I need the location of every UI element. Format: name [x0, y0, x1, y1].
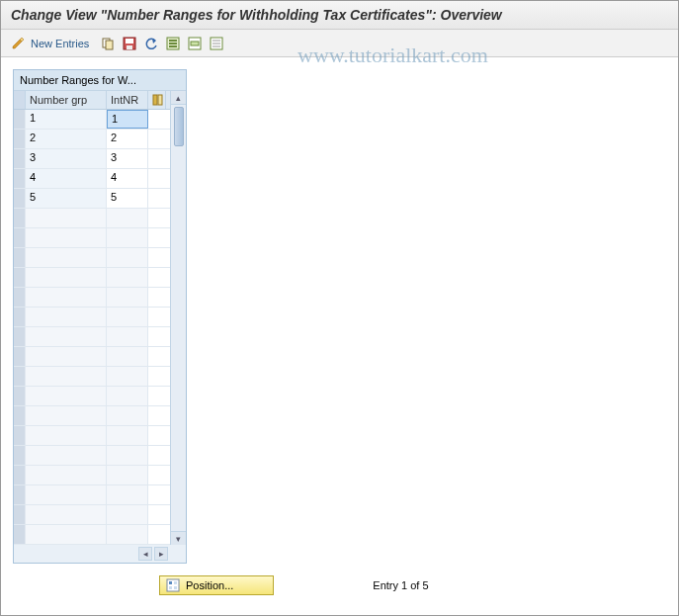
row-selector[interactable] [14, 387, 26, 405]
cell-intnr[interactable] [107, 505, 148, 524]
cell-number-grp[interactable]: 2 [26, 130, 107, 148]
row-selector[interactable] [14, 525, 26, 544]
cell-number-grp[interactable] [26, 209, 107, 227]
cell-number-grp[interactable]: 4 [26, 169, 107, 188]
cell-number-grp[interactable] [26, 268, 107, 287]
row-selector[interactable] [14, 228, 26, 247]
row-selector[interactable] [14, 308, 26, 326]
cell-number-grp[interactable] [26, 426, 107, 445]
cell-number-grp[interactable] [26, 347, 107, 366]
table-row [14, 288, 170, 308]
table-row [14, 228, 170, 248]
cell-number-grp[interactable]: 3 [26, 149, 107, 168]
column-header-number-grp[interactable]: Number grp [26, 91, 107, 109]
cell-intnr[interactable] [107, 466, 148, 484]
position-button[interactable]: Position... [159, 575, 274, 595]
scroll-left-icon[interactable]: ◂ [138, 547, 152, 561]
table-row [14, 505, 170, 525]
cell-intnr[interactable] [107, 248, 148, 267]
cell-intnr[interactable] [107, 209, 148, 227]
cell-intnr[interactable] [107, 446, 148, 465]
save-icon[interactable] [121, 35, 138, 52]
select-all-icon[interactable] [164, 35, 182, 52]
cell-number-grp[interactable] [26, 466, 107, 484]
cell-intnr[interactable] [107, 387, 148, 405]
row-selector[interactable] [14, 169, 26, 188]
cell-number-grp[interactable] [26, 228, 107, 247]
cell-number-grp[interactable] [26, 288, 107, 307]
svg-rect-12 [212, 40, 220, 42]
position-icon [166, 578, 180, 592]
scroll-thumb[interactable] [174, 107, 184, 146]
cell-intnr[interactable]: 2 [107, 130, 148, 148]
row-selector[interactable] [14, 189, 26, 208]
row-selector[interactable] [14, 347, 26, 366]
table-settings-icon[interactable] [148, 91, 166, 109]
toolbar: New Entries [1, 30, 678, 57]
row-selector[interactable] [14, 268, 26, 287]
svg-rect-1 [106, 41, 113, 49]
cell-number-grp[interactable] [26, 327, 107, 346]
table-row [14, 268, 170, 288]
cell-intnr[interactable] [107, 268, 148, 287]
new-entries-link[interactable]: New Entries [31, 38, 89, 49]
scroll-down-icon[interactable]: ▾ [171, 531, 186, 545]
cell-number-grp[interactable]: 1 [26, 110, 107, 129]
cell-intnr[interactable]: 5 [107, 189, 148, 208]
column-header-intnr[interactable]: IntNR [107, 91, 148, 109]
cell-intnr[interactable] [107, 485, 148, 504]
cell-intnr[interactable] [107, 288, 148, 307]
change-icon[interactable] [9, 35, 27, 52]
deselect-all-icon[interactable] [208, 35, 225, 52]
cell-intnr[interactable]: 3 [107, 149, 148, 168]
entry-counter: Entry 1 of 5 [373, 579, 428, 591]
svg-rect-7 [169, 43, 177, 44]
cell-intnr[interactable] [107, 426, 148, 445]
cell-number-grp[interactable] [26, 308, 107, 326]
svg-rect-15 [153, 95, 157, 105]
cell-number-grp[interactable] [26, 525, 107, 544]
vertical-scrollbar[interactable]: ▴ ▾ [170, 91, 186, 545]
cell-number-grp[interactable] [26, 406, 107, 425]
cell-intnr[interactable]: 1 [107, 110, 148, 129]
copy-icon[interactable] [99, 35, 117, 52]
row-selector[interactable] [14, 426, 26, 445]
cell-number-grp[interactable] [26, 248, 107, 267]
row-selector[interactable] [14, 485, 26, 504]
row-selector[interactable] [14, 288, 26, 307]
cell-number-grp[interactable] [26, 446, 107, 465]
cell-number-grp[interactable] [26, 367, 107, 386]
scroll-up-icon[interactable]: ▴ [171, 91, 186, 105]
horizontal-scrollbar[interactable]: ◂ ▸ [14, 545, 186, 563]
cell-intnr[interactable]: 4 [107, 169, 148, 188]
row-selector[interactable] [14, 327, 26, 346]
cell-number-grp[interactable] [26, 387, 107, 405]
table-row [14, 347, 170, 367]
row-selector[interactable] [14, 149, 26, 168]
select-block-icon[interactable] [186, 35, 204, 52]
cell-number-grp[interactable] [26, 485, 107, 504]
cell-number-grp[interactable]: 5 [26, 189, 107, 208]
cell-intnr[interactable] [107, 347, 148, 366]
row-selector[interactable] [14, 209, 26, 227]
svg-rect-20 [169, 586, 172, 589]
header-select-all[interactable] [14, 91, 26, 109]
row-selector[interactable] [14, 130, 26, 148]
table-row [14, 367, 170, 387]
row-selector[interactable] [14, 110, 26, 129]
undo-icon[interactable] [142, 35, 160, 52]
cell-intnr[interactable] [107, 367, 148, 386]
cell-intnr[interactable] [107, 308, 148, 326]
row-selector[interactable] [14, 466, 26, 484]
cell-intnr[interactable] [107, 228, 148, 247]
row-selector[interactable] [14, 367, 26, 386]
cell-number-grp[interactable] [26, 505, 107, 524]
row-selector[interactable] [14, 446, 26, 465]
cell-intnr[interactable] [107, 525, 148, 544]
row-selector[interactable] [14, 505, 26, 524]
row-selector[interactable] [14, 406, 26, 425]
row-selector[interactable] [14, 248, 26, 267]
cell-intnr[interactable] [107, 406, 148, 425]
scroll-right-icon[interactable]: ▸ [154, 547, 168, 561]
cell-intnr[interactable] [107, 327, 148, 346]
